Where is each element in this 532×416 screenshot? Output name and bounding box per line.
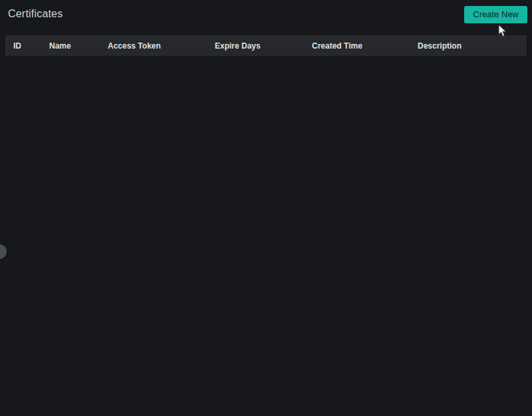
table-header-row: ID Name Access Token Expire Days Created… <box>5 35 527 56</box>
certificates-page: Certificates Create New ID Name Access T… <box>0 0 532 416</box>
column-header-name: Name <box>41 41 100 51</box>
column-header-id: ID <box>5 41 41 51</box>
column-header-description: Description <box>410 41 527 51</box>
table-body-empty <box>5 56 527 59</box>
column-header-expire-days: Expire Days <box>207 41 304 51</box>
create-new-button[interactable]: Create New <box>464 6 527 23</box>
drawer-handle-semicircle-icon[interactable] <box>0 244 7 259</box>
column-header-created-time: Created Time <box>304 41 410 51</box>
certificates-table: ID Name Access Token Expire Days Created… <box>5 35 527 59</box>
column-header-access-token: Access Token <box>100 41 207 51</box>
page-title: Certificates <box>8 8 63 20</box>
